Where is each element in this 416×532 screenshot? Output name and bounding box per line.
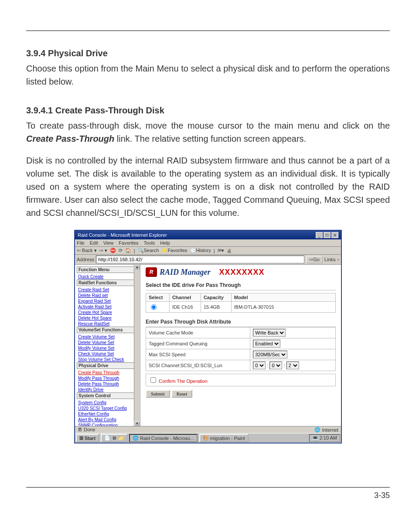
confirm-checkbox[interactable]: [150, 377, 156, 383]
attr-table: Volume Cache Mode Write Back Tagged Comm…: [146, 327, 336, 371]
sidebar-system-config[interactable]: System Config: [77, 400, 138, 406]
col-capacity: Capacity: [201, 293, 231, 302]
sidebar-delete-hotspare[interactable]: Delete Hot Spare: [77, 315, 138, 321]
sidebar-section-system: System Control: [77, 392, 138, 399]
create-pass-through-bold: Create Pass-Through: [26, 134, 114, 143]
paragraph-1: Choose this option from the Main Menu to…: [26, 62, 390, 88]
sidebar-scrollbar[interactable]: [134, 265, 140, 426]
quicklaunch[interactable]: 📄 🖥 📁: [101, 434, 127, 442]
close-button[interactable]: ×: [331, 232, 338, 238]
task-paint[interactable]: 🎨 migration - Paint: [199, 434, 249, 442]
sidebar-expand-raidset[interactable]: Expand Raid Set: [77, 298, 138, 304]
status-done: 🖹 Done: [78, 427, 95, 433]
mail-icon[interactable]: ✉▾: [218, 248, 224, 253]
sidebar-create-volset[interactable]: Create Volume Set: [77, 334, 138, 340]
drive-table: Select Channel Capacity Model IDE Ch16 1…: [146, 293, 336, 313]
raid-logo-icon: R: [146, 267, 157, 277]
col-channel: Channel: [169, 293, 201, 302]
ie-window: Raid Console - Microsoft Internet Explor…: [74, 230, 342, 443]
menu-favorites[interactable]: Favorites: [119, 240, 138, 246]
menubar: File Edit View Favorites Tools Help: [75, 239, 341, 247]
scsi-lun-select[interactable]: 2: [286, 361, 299, 369]
window-buttons: _ □ ×: [316, 232, 338, 238]
scsi-id-select[interactable]: 0: [269, 361, 282, 369]
menu-help[interactable]: Help: [160, 240, 170, 246]
col-select: Select: [146, 293, 170, 302]
cache-select[interactable]: Write Back: [253, 329, 286, 337]
sidebar-create-hotspare[interactable]: Create Hot Spare: [77, 310, 138, 315]
sidebar-ethernet-config[interactable]: EtherNet Config: [77, 411, 138, 417]
sidebar-section-physical: Physical Drive: [77, 362, 138, 369]
model-xs: XXXXXXXX: [219, 268, 265, 277]
sidebar-delete-passthrough[interactable]: Delete Pass Through: [77, 381, 138, 387]
forward-button[interactable]: ⇨ ▾: [99, 248, 107, 253]
refresh-icon[interactable]: ⟳: [119, 248, 123, 253]
sidebar-activate-raidset[interactable]: Activate Raid Set: [77, 304, 138, 310]
reset-button[interactable]: Reset: [171, 390, 192, 398]
paragraph-2: To create pass-through disk, move the mo…: [26, 119, 390, 145]
sidebar: Function Menu Quick Create RaidSet Funct…: [75, 265, 140, 426]
scsi-label: SCSI Channel:SCSI_ID:SCSI_Lun: [146, 360, 250, 371]
attr-title: Enter Pass Through Disk Attribute: [146, 317, 336, 327]
select-drive-title: Select the IDE drive For Pass Through: [146, 280, 336, 290]
section-heading-1: 3.9.4 Physical Drive: [26, 48, 390, 58]
submit-button[interactable]: Submit: [146, 390, 170, 398]
col-model: Model: [231, 293, 335, 302]
menu-file[interactable]: File: [77, 240, 85, 246]
minimize-button[interactable]: _: [316, 232, 323, 238]
drive-channel: IDE Ch16: [169, 302, 201, 313]
paragraph-3: Disk is no controlled by the internal RA…: [26, 154, 390, 219]
menu-edit[interactable]: Edit: [90, 240, 98, 246]
favorites-button[interactable]: ⭐Favorites: [161, 248, 187, 253]
section-heading-2: 3.9.4.1 Create Pass-Through Disk: [26, 106, 390, 116]
address-label: Address: [77, 257, 94, 262]
go-button[interactable]: ⇨Go: [306, 256, 323, 263]
speed-select[interactable]: 320MB/Sec: [253, 351, 287, 358]
sidebar-check-volset[interactable]: Check Volume Set: [77, 351, 138, 357]
home-icon[interactable]: 🏠: [125, 248, 131, 253]
system-tray[interactable]: 💻 2:10 AM: [309, 434, 340, 442]
drive-select-radio[interactable]: [151, 304, 157, 310]
main-panel: R RAID Manager XXXXXXXX Select the IDE d…: [140, 265, 341, 426]
sidebar-modify-passthrough[interactable]: Modify Pass Through: [77, 375, 138, 381]
sidebar-stop-volcheck[interactable]: Stop Volume Set Check: [77, 357, 138, 362]
tcq-select[interactable]: Enabled: [253, 340, 280, 348]
search-button[interactable]: 🔍Search: [138, 248, 159, 253]
window-title: Raid Console - Microsoft Internet Explor…: [78, 232, 167, 238]
speed-label: Max SCSI Speed: [146, 349, 250, 360]
sidebar-identify-drive[interactable]: Identify Drive: [77, 387, 138, 392]
sidebar-section-function: Function Menu: [77, 266, 138, 273]
sidebar-delete-raidset[interactable]: Delete Raid set: [77, 293, 138, 298]
drive-row: IDE Ch16 15.4GB IBM-DTLA-307015: [146, 302, 336, 313]
sidebar-snmp-config[interactable]: SNMP Configuration: [77, 423, 138, 426]
clock: 2:10 AM: [320, 435, 337, 440]
sidebar-create-passthrough[interactable]: Create Pass Through: [77, 370, 138, 375]
start-button[interactable]: ⊞Start: [76, 434, 99, 442]
print-icon[interactable]: 🖨: [227, 248, 232, 253]
address-input[interactable]: [96, 256, 304, 263]
sidebar-create-raidset[interactable]: Create Raid Set: [77, 287, 138, 293]
stop-icon[interactable]: ⛔: [110, 248, 116, 253]
sidebar-alert-mail[interactable]: Alert By Mail Config: [77, 417, 138, 423]
tcq-label: Tagged Command Queuing: [146, 338, 250, 349]
menu-view[interactable]: View: [103, 240, 114, 246]
confirm-label: Confirm The Operation: [159, 379, 208, 384]
links-label[interactable]: Links: [324, 257, 336, 262]
menu-tools[interactable]: Tools: [144, 240, 155, 246]
sidebar-rescue-raidset[interactable]: Rescue RaidSet: [77, 321, 138, 327]
drive-capacity: 15.4GB: [201, 302, 231, 313]
sidebar-delete-volset[interactable]: Delete Volume Set: [77, 340, 138, 345]
sidebar-section-volumeset: VolumeSet Functions: [77, 327, 138, 333]
status-internet: 🌐 Internet: [314, 427, 338, 433]
raid-manager-title: RAID Manager: [160, 268, 211, 277]
history-button[interactable]: 🕓History: [190, 248, 211, 253]
drive-model: IBM-DTLA-307015: [231, 302, 335, 313]
maximize-button[interactable]: □: [324, 232, 331, 238]
sidebar-modify-volset[interactable]: Modify Volume Set: [77, 345, 138, 351]
cache-label: Volume Cache Mode: [146, 327, 250, 338]
sidebar-quick-create[interactable]: Quick Create: [77, 274, 138, 280]
back-button[interactable]: ⇦ Back ▾: [77, 248, 97, 253]
task-raid-console[interactable]: 🌐 Raid Console - Microso...: [129, 434, 198, 442]
sidebar-scsi-target[interactable]: U320 SCSI Target Config: [77, 406, 138, 411]
scsi-ch-select[interactable]: 0: [253, 361, 266, 369]
